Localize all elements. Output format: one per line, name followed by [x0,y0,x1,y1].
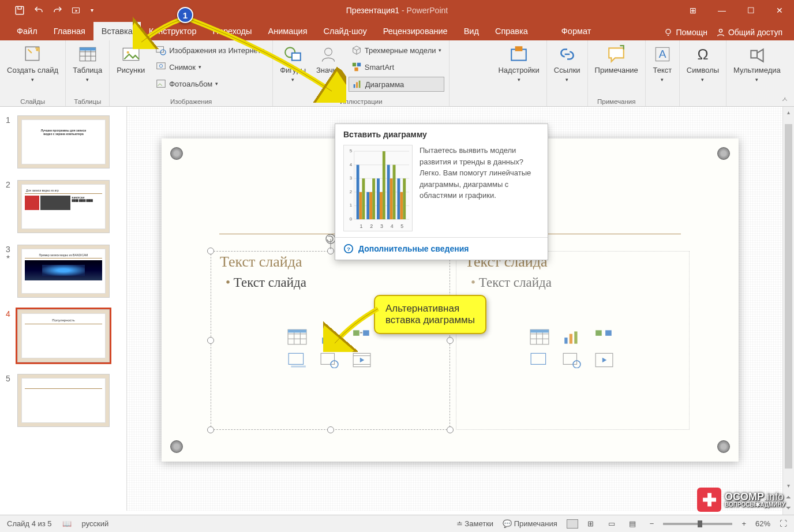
insert-picture-icon[interactable] [530,352,549,368]
tab-slideshow[interactable]: Слайд-шоу [316,22,375,40]
addins-button[interactable]: Надстройки▾ [496,43,541,84]
3d-models-button[interactable]: Трехмерные модели ▾ [349,43,445,57]
insert-smartart-icon[interactable] [594,329,614,345]
zoom-slider[interactable] [663,523,732,525]
maximize-icon[interactable]: ☐ [736,0,765,20]
redo-icon[interactable] [53,5,63,16]
undo-icon[interactable] [33,5,44,16]
tab-review[interactable]: Рецензирование [375,22,456,40]
svg-rect-8 [80,47,96,50]
reading-view-icon[interactable]: ▭ [608,519,620,529]
zoom-in-icon[interactable]: + [741,519,746,528]
tooltip-chart-preview: 01 23 45 12 34 5 [343,145,413,231]
text-button[interactable]: A Текст▾ [650,43,675,84]
tab-design[interactable]: Конструктор [141,22,205,40]
slide-counter: Слайд 4 из 5 [7,519,52,528]
svg-rect-35 [353,330,359,336]
ribbon-display-icon[interactable]: ⊞ [679,0,707,20]
spellcheck-icon[interactable]: 📖 [62,519,72,528]
symbols-button[interactable]: Ω Символы▾ [684,43,721,84]
table-button[interactable]: Таблица▾ [70,43,104,84]
selection-handle[interactable] [207,337,214,344]
svg-rect-82 [397,178,400,219]
links-button[interactable]: Ссылки▾ [552,43,583,84]
insert-table-icon[interactable] [287,329,307,345]
start-from-beginning-icon[interactable] [72,5,82,16]
scrollbar-thumb[interactable] [785,124,792,469]
slideshow-view-icon[interactable]: ▤ [629,519,641,529]
chart-button[interactable]: Диаграмма [349,77,445,92]
zoom-out-icon[interactable]: − [650,519,654,528]
svg-text:1: 1 [360,223,363,229]
svg-rect-46 [530,329,549,332]
tab-home[interactable]: Главная [46,22,93,40]
new-slide-button[interactable]: Создать слайд▾ [5,43,61,84]
selection-handle[interactable] [327,426,334,433]
tooltip-more-link[interactable]: ? Дополнительные сведения [335,237,548,260]
tab-format[interactable]: Формат [553,22,600,40]
slide-thumbnail-1[interactable]: Лучшие программы для записивидео с экран… [17,115,110,168]
tab-file[interactable]: Файл [9,22,46,40]
scroll-up-icon[interactable]: ▴ [783,107,794,115]
svg-rect-22 [353,84,355,88]
insert-online-picture-icon[interactable] [320,352,339,368]
group-images: Рисунки Изображения из Интернета Снимок … [110,40,273,106]
comment-button[interactable]: Примечание [593,43,641,76]
fit-to-window-icon[interactable]: ⛶ [780,519,787,528]
selection-handle[interactable] [447,337,454,344]
content-placeholder-left[interactable]: Текст слайда Текст слайда [211,251,450,430]
selection-handle[interactable] [447,426,454,433]
qat-dropdown-icon[interactable]: ▾ [91,7,93,13]
insert-video-icon[interactable] [594,352,614,368]
shapes-button[interactable]: Фигуры▾ [278,43,308,84]
notes-button[interactable]: ≐ Заметки [456,519,493,528]
slide-thumbnail-2[interactable]: Для записи видео из игрBANDICAM████ ████… [17,180,110,233]
svg-text:3: 3 [350,175,353,181]
tab-view[interactable]: Вид [456,22,487,40]
normal-view-icon[interactable] [567,519,578,529]
zoom-level[interactable]: 62% [755,519,770,528]
comments-button[interactable]: 💬 Примечания [503,519,557,528]
minimize-icon[interactable]: — [707,0,736,20]
selection-handle[interactable] [207,248,214,254]
svg-rect-83 [400,192,403,219]
content-placeholder-right[interactable]: Текст слайда Текст слайда [456,251,690,430]
tab-transitions[interactable]: Переходы [204,22,260,40]
tab-help[interactable]: Справка [487,22,536,40]
svg-rect-19 [353,63,356,66]
pictures-button[interactable]: Рисунки [114,43,147,76]
insert-smartart-icon[interactable] [352,329,372,345]
tell-me-search[interactable]: Помощн [664,28,707,37]
save-icon[interactable] [14,5,25,16]
insert-video-icon[interactable] [352,352,372,368]
slide-thumbnail-5[interactable] [17,374,110,427]
photo-album-button[interactable]: Фотоальбом ▾ [153,77,268,91]
insert-online-picture-icon[interactable] [562,352,582,368]
sorter-view-icon[interactable]: ⊞ [587,519,599,529]
insert-picture-icon[interactable] [287,352,307,368]
photo-album-icon [156,78,166,89]
online-pictures-button[interactable]: Изображения из Интернета [153,43,268,57]
icons-button[interactable]: Значки [314,43,343,76]
close-icon[interactable]: ✕ [765,0,794,20]
language-indicator[interactable]: русский [82,519,109,528]
media-button[interactable]: Мультимедиа▾ [731,43,783,84]
svg-point-18 [324,48,332,55]
vertical-scrollbar[interactable]: ▴ ▾ ⏶ ⏷ [782,107,794,515]
screenshot-button[interactable]: Снимок ▾ [153,60,268,74]
rivet-icon [170,440,183,453]
insert-chart-icon[interactable] [320,329,339,345]
slide-thumbnail-3[interactable]: Пример записи видео из BANDICAM [17,245,110,298]
tab-animations[interactable]: Анимация [260,22,315,40]
slide-thumbnails-panel[interactable]: 1 Лучшие программы для записивидео с экр… [0,107,127,511]
insert-table-icon[interactable] [530,329,549,345]
selection-handle[interactable] [207,426,214,433]
share-button[interactable]: Общий доступ [716,28,782,37]
insert-chart-icon[interactable] [562,329,582,345]
tab-insert[interactable]: Вставка [93,22,141,40]
addins-icon [509,44,529,64]
collapse-ribbon-icon[interactable]: ㅅ [781,95,788,104]
smartart-button[interactable]: SmartArt [349,60,445,74]
person-icon [716,28,725,37]
slide-thumbnail-4[interactable]: Популярность [17,309,110,362]
